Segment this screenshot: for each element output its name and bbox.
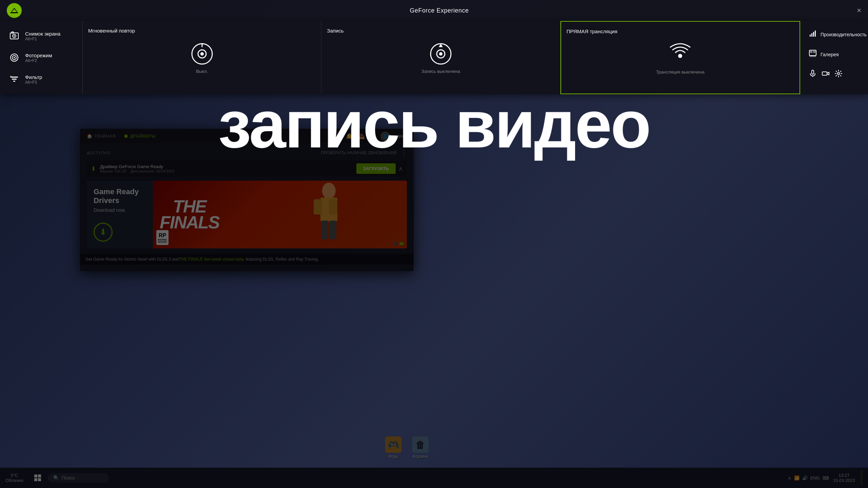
overlay-panel: Снимок экрана Alt+F1 Фоторежим Alt+F2 [0,21,868,94]
screenshot-shortcut: Alt+F1 [25,37,60,41]
panel-record[interactable]: Запись Запись выключена [321,21,560,94]
svg-rect-20 [813,32,814,37]
photo-shortcut: Alt+F2 [25,58,52,63]
svg-rect-8 [12,79,17,80]
svg-rect-18 [810,35,811,37]
nvidia-logo [7,3,22,18]
sidebar-item-photo[interactable]: Фоторежим Alt+F2 [5,48,77,67]
svg-rect-10 [10,76,12,77]
screenshot-icon [9,30,20,41]
svg-rect-28 [822,72,827,75]
filter-shortcut: Alt+F3 [25,80,42,85]
gallery-item[interactable]: Галерея [806,46,863,62]
photo-label: Фоторежим [25,53,52,58]
broadcast-status: Трансляция выключена [656,69,705,75]
settings-icon[interactable] [835,70,842,79]
svg-rect-26 [812,70,814,74]
svg-rect-21 [815,30,816,37]
svg-point-16 [439,52,442,56]
camera-icon[interactable] [822,70,829,79]
record-icon [427,40,454,67]
mic-icon[interactable] [809,70,816,79]
svg-rect-25 [809,56,816,57]
app-title: GeForce Experience [410,7,469,14]
svg-point-17 [678,54,682,58]
svg-rect-9 [13,81,15,82]
overlay-sidebar: Снимок экрана Alt+F1 Фоторежим Alt+F2 [0,21,83,94]
replay-icon [189,40,216,67]
panel-broadcast[interactable]: ПРЯМАЯ трансляция Трансляция выключена [560,21,800,94]
desktop: GeForce Experience × запись видео Сн [0,0,868,488]
gallery-label: Галерея [821,52,839,57]
sidebar-item-screenshot[interactable]: Снимок экрана Alt+F1 [5,26,77,45]
perf-icon [809,30,816,39]
broadcast-icon [667,41,694,68]
gfe-main-titlebar: GeForce Experience × [0,0,868,21]
overlay-middle-panels: Мгновенный повтор Выкл. Запись [83,21,800,94]
record-title: Запись [327,28,343,34]
gallery-icon [809,50,816,59]
svg-rect-19 [811,33,812,37]
perf-label: Производительность [821,32,867,37]
filter-icon [9,74,20,85]
svg-point-29 [837,73,840,75]
replay-title: Мгновенный повтор [88,28,135,34]
svg-point-6 [14,57,15,58]
overlay-bottom-icons [806,66,863,82]
record-status: Запись выключена [421,69,460,74]
sidebar-item-filter[interactable]: Фильтр Alt+F3 [5,70,77,89]
svg-rect-24 [813,51,815,53]
filter-label: Фильтр [25,74,42,80]
svg-rect-7 [11,77,18,78]
perf-item[interactable]: Производительность [806,26,863,42]
photo-icon [9,52,20,63]
svg-point-13 [200,52,204,56]
close-button[interactable]: × [857,6,861,15]
screenshot-label: Снимок экрана [25,31,60,37]
overlay-right: Производительность Галерея [800,21,868,94]
replay-status: Выкл. [196,69,208,74]
panel-replay[interactable]: Мгновенный повтор Выкл. [83,21,321,94]
broadcast-title: ПРЯМАЯ трансляция [567,28,617,34]
svg-point-3 [14,35,15,37]
svg-rect-23 [810,51,812,53]
